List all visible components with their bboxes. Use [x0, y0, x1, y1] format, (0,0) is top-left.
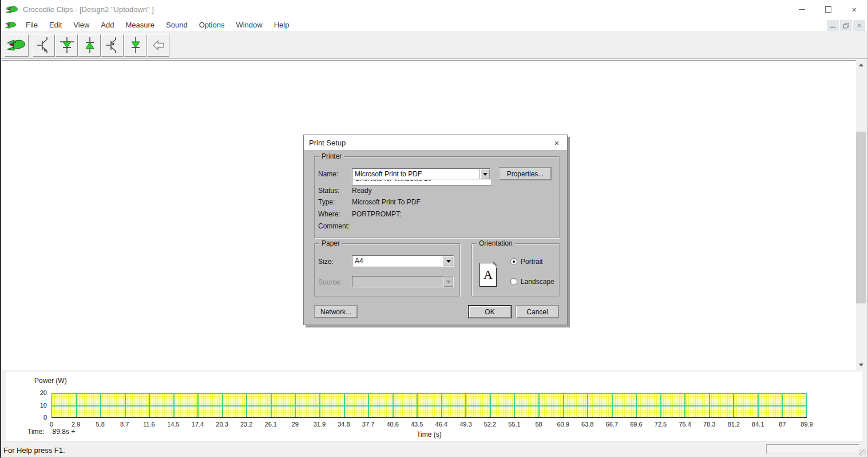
paper-legend: Paper	[319, 239, 342, 247]
landscape-radio[interactable]	[510, 278, 517, 285]
printer-name-value: Microsoft Print to PDF	[352, 169, 479, 179]
diode2-tool-button[interactable]	[124, 34, 146, 57]
paper-groupbox: Paper	[314, 243, 460, 297]
x-tick-label: 89.9	[800, 421, 812, 428]
pnp-transistor-tool-button[interactable]	[101, 34, 124, 57]
x-tick-label: 52.2	[484, 421, 496, 428]
menu-item-sound[interactable]: Sound	[160, 19, 193, 31]
crocodile-icon	[7, 38, 26, 53]
diode-tool-button[interactable]	[56, 34, 78, 57]
major-gridline-vertical	[782, 394, 783, 417]
x-tick-label: 75.4	[679, 421, 691, 428]
paper-size-combobox[interactable]: A4	[352, 255, 454, 267]
properties-button[interactable]: Properties...	[499, 167, 552, 180]
major-gridline-vertical	[806, 394, 807, 417]
diode-down-icon	[60, 37, 74, 54]
resize-grip[interactable]	[859, 449, 866, 456]
crocodile-tool-button[interactable]	[5, 34, 29, 57]
menu-item-options[interactable]: Options	[193, 19, 231, 31]
menu-items: FileEditViewAddMeasureSoundOptionsWindow…	[20, 19, 295, 31]
printer-name-combobox[interactable]: Microsoft Print to PDF	[352, 168, 490, 180]
x-tick-label: 63.8	[581, 421, 593, 428]
menu-item-file[interactable]: File	[20, 19, 43, 31]
x-tick-label: 26.1	[265, 421, 277, 428]
x-tick-label: 81.2	[728, 421, 740, 428]
orientation-legend: Orientation	[477, 239, 515, 247]
mdi-minimize-button[interactable]	[827, 20, 839, 31]
printer-status-value: Ready	[352, 187, 372, 195]
network-button[interactable]: Network...	[314, 305, 358, 318]
major-gridline-vertical	[612, 394, 613, 417]
diode-up-icon	[82, 37, 97, 54]
x-tick-label: 60.9	[557, 421, 569, 428]
chevron-down-icon	[859, 364, 863, 366]
major-gridline-vertical	[709, 394, 710, 417]
x-tick-label: 14.5	[167, 421, 179, 428]
x-tick-label: 0	[50, 421, 53, 428]
paper-source-value	[352, 277, 443, 287]
chevron-down-icon	[483, 173, 487, 176]
mdi-restore-button[interactable]	[840, 20, 852, 31]
maximize-button[interactable]	[815, 0, 841, 19]
x-tick-label: 5.8	[96, 421, 105, 428]
x-tick-label: 55.1	[508, 421, 520, 428]
x-tick-label: 11.6	[143, 421, 155, 428]
crocodile-icon	[6, 5, 18, 15]
x-tick-label: 78.3	[703, 421, 715, 428]
combobox-dropdown-button[interactable]	[479, 169, 490, 179]
major-gridline-vertical	[149, 394, 150, 417]
scroll-up-button[interactable]	[856, 60, 866, 70]
minimize-icon	[799, 6, 805, 13]
portrait-label: Portrait	[521, 258, 543, 266]
time-readout: Time:89.8s +	[27, 428, 75, 436]
portrait-radio[interactable]	[510, 258, 517, 265]
x-tick-label: 34.8	[338, 421, 350, 428]
combobox-dropdown-button[interactable]	[443, 256, 453, 266]
menu-item-help[interactable]: Help	[268, 19, 295, 31]
title-bar: Crocodile Clips - [Design2 "Uptodown" ] …	[1, 0, 867, 19]
back-arrow-tool-button[interactable]	[147, 34, 169, 57]
mdi-minimize-icon	[830, 23, 835, 28]
close-button[interactable]: ×	[841, 0, 867, 19]
printer-comment-label: Comment:	[318, 222, 350, 230]
chevron-down-icon	[446, 281, 451, 283]
printer-type-value: Microsoft Print To PDF	[352, 198, 421, 206]
status-help-text: For Help press F1.	[3, 446, 65, 455]
major-gridline-vertical	[733, 394, 734, 417]
menu-item-add[interactable]: Add	[95, 19, 120, 31]
menu-bar: FileEditViewAddMeasureSoundOptionsWindow…	[1, 19, 867, 32]
x-tick-label: 40.6	[386, 421, 398, 428]
npn-transistor-icon	[37, 37, 51, 54]
major-gridline-vertical	[344, 394, 345, 417]
menu-item-window[interactable]: Window	[230, 19, 268, 31]
dialog-title: Print Setup	[309, 139, 346, 147]
mdi-close-button[interactable]: ×	[853, 20, 865, 31]
ok-button[interactable]: OK	[468, 305, 512, 318]
x-tick-label: 69.6	[630, 421, 642, 428]
major-gridline-vertical	[368, 394, 369, 417]
scroll-down-button[interactable]	[856, 360, 866, 370]
npn-transistor-tool-button[interactable]	[33, 34, 55, 57]
paper-source-combobox	[352, 276, 454, 287]
paper-size-label: Size:	[318, 258, 334, 266]
x-tick-label: 17.4	[192, 421, 204, 428]
major-gridline-vertical	[538, 394, 540, 417]
printer-type-label: Type:	[318, 198, 335, 206]
print-setup-dialog: Print Setup × Printer Name: Microsoft Pr…	[303, 135, 568, 325]
major-gridline-vertical	[319, 394, 320, 417]
toolbar	[1, 32, 867, 59]
mdi-restore-icon	[843, 23, 849, 29]
minimize-button[interactable]	[788, 0, 815, 19]
x-tick-label: 87	[779, 421, 786, 428]
menu-item-edit[interactable]: Edit	[43, 19, 68, 31]
major-gridline-vertical	[271, 394, 272, 417]
x-tick-label: 58	[535, 421, 542, 428]
printer-name-label: Name:	[318, 170, 338, 178]
menu-item-view[interactable]: View	[68, 19, 95, 31]
scrollbar-thumb[interactable]	[856, 132, 866, 303]
dialog-close-button[interactable]: ×	[551, 137, 562, 148]
cancel-button[interactable]: Cancel	[516, 305, 559, 318]
diode-up-tool-button[interactable]	[78, 34, 101, 57]
printer-dropdown-peek: OneNote for Windows 10	[352, 180, 492, 185]
menu-item-measure[interactable]: Measure	[120, 19, 160, 31]
